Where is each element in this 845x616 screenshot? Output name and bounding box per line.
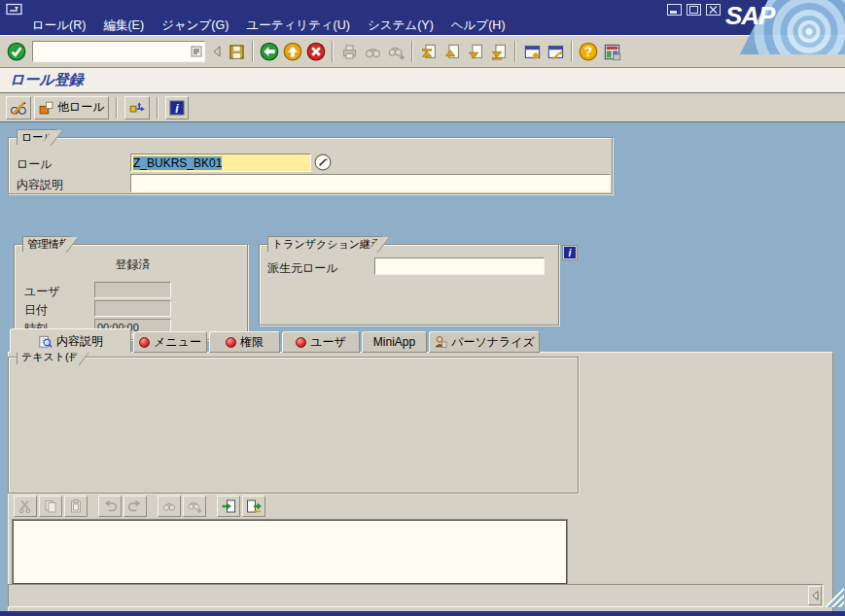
display-change-icon [10,99,27,117]
editor-cut-button[interactable] [14,496,37,517]
role-input[interactable]: Z_BUKRS_BK01 [130,154,311,172]
find-button[interactable] [361,40,384,63]
inheritance-info-button[interactable]: i [562,245,578,260]
editor-toolbar [14,496,265,517]
registered-column-header: 登録済 [94,257,171,273]
sap-window: ロール(R) 編集(E) ジャンプ(G) ユーティリティ(U) システム(Y) … [0,0,845,616]
first-page-button[interactable] [417,40,440,63]
exit-button[interactable] [281,40,304,63]
separator [514,41,516,62]
matchcode-icon[interactable] [314,154,332,171]
separator [252,41,254,62]
user-field [94,282,171,298]
admin-info-groupbox: 管理情報 登録済 ユーザ 日付 時刻 00:00:00 [14,244,248,340]
tab-description[interactable]: 内容説明 [10,328,131,353]
tab-label: パーソナライズ [451,334,535,351]
status-bar [8,584,824,607]
tab-label: MiniApp [373,335,415,349]
red-led-icon [139,337,150,348]
other-role-button[interactable]: 他ロール [34,96,109,120]
minimize-button[interactable] [667,4,682,16]
tab-label: 権限 [240,334,264,351]
tab-label: メニュー [154,334,201,351]
tab-miniapp[interactable]: MiniApp [362,331,427,353]
enter-button[interactable] [5,40,28,63]
menu-item-goto[interactable]: ジャンプ(G) [153,17,237,35]
user-row-label: ユーザ [24,284,60,300]
maximize-button[interactable] [687,4,701,16]
editor-import-button[interactable] [217,496,240,517]
system-menu-icon[interactable] [6,3,23,16]
content-area: ロール ロール Z_BUKRS_BK01 内容説明 内 [0,122,845,611]
derived-role-label: 派生元ロール [267,260,338,277]
editor-paste-button[interactable] [64,496,88,517]
print-button[interactable] [337,40,361,63]
editor-find-button[interactable] [158,496,181,517]
next-page-button[interactable] [464,40,487,63]
tab-authorizations[interactable]: 権限 [209,331,280,353]
create-shortcut-button[interactable] [544,40,567,63]
help-button[interactable]: ? [577,40,600,63]
role-groupbox-legend: ロール [17,129,56,145]
description-label: 内容説明 [17,177,63,193]
long-text-editor[interactable] [14,521,566,583]
command-field-wrap [32,41,205,62]
window-controls [667,4,721,16]
description-input[interactable] [130,174,611,192]
menu-item-utilities[interactable]: ユーティリティ(U) [237,17,359,35]
menu-item-role[interactable]: ロール(R) [23,17,94,35]
menu-item-edit[interactable]: 編集(E) [94,17,153,35]
menu-items: ロール(R) 編集(E) ジャンプ(G) ユーティリティ(U) システム(Y) … [23,17,514,35]
where-used-icon [128,99,146,117]
window-bottom-edge [0,611,845,616]
menu-item-help[interactable]: ヘルプ(H) [442,17,514,35]
other-role-label: 他ロール [57,99,105,116]
info-icon: i [169,100,185,116]
role-groupbox: ロール ロール Z_BUKRS_BK01 内容説明 [8,137,613,194]
where-used-button[interactable] [124,96,150,120]
tab-personalization[interactable]: パーソナライズ [429,331,540,353]
application-toolbar: 他ロール i [0,93,845,122]
svg-text:?: ? [584,45,592,59]
previous-page-button[interactable] [440,40,464,63]
red-led-icon [296,337,306,348]
transaction-inheritance-groupbox: トランザクション継承 派生元ロール [259,244,559,325]
customize-layout-button[interactable] [600,40,623,63]
role-value: Z_BUKRS_BK01 [133,156,222,170]
collapse-triangle-icon[interactable] [209,40,225,63]
editor-export-button[interactable] [242,496,265,517]
command-history-icon[interactable] [189,43,204,60]
tab-user[interactable]: ユーザ [282,331,360,353]
editor-find-next-button[interactable] [183,496,206,517]
editor-copy-button[interactable] [39,496,62,517]
info-icon: i [562,245,578,260]
editor-undo-button[interactable] [98,496,122,517]
display-icon [38,334,53,349]
title-bar: ロール登録 [0,68,845,93]
last-page-button[interactable] [487,40,511,63]
cancel-button[interactable] [304,40,328,63]
display-change-button[interactable] [6,96,31,120]
tab-label: 内容説明 [56,333,103,350]
long-text-groupbox: テキスト(長) [8,357,579,494]
editor-redo-button[interactable] [123,496,147,517]
tab-menu[interactable]: メニュー [133,331,207,353]
save-button[interactable] [225,40,248,63]
derived-role-input[interactable] [374,257,545,275]
role-label: ロール [17,156,53,173]
sap-logo: SAP [717,0,845,54]
page-title: ロール登録 [10,71,84,89]
separator [411,41,413,62]
menu-item-system[interactable]: システム(Y) [359,17,442,35]
command-input[interactable] [33,43,189,60]
find-next-button[interactable] [384,40,407,63]
transaction-inheritance-legend: トランザクション継承 [267,236,383,252]
separator [332,41,334,62]
new-session-button[interactable] [520,40,544,63]
info-button[interactable]: i [165,96,189,120]
date-row-label: 日付 [24,302,48,319]
status-expand-button[interactable] [808,586,822,605]
back-button[interactable] [258,40,281,63]
person-icon [434,335,447,349]
sap-logo-text: SAP [725,1,774,31]
